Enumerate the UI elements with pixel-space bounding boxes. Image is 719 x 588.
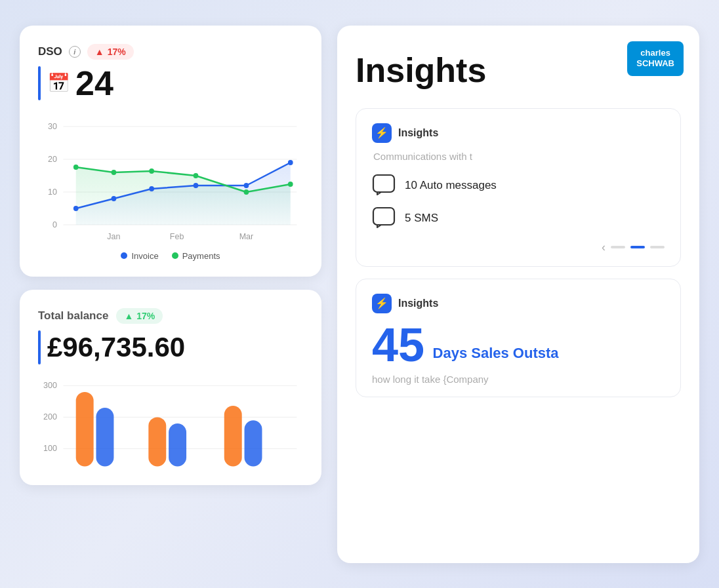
svg-rect-35 [373,175,394,192]
svg-point-12 [112,196,117,201]
svg-text:Feb: Feb [170,231,184,241]
svg-text:Jan: Jan [107,231,120,241]
right-panel: charles SCHWAB Insights ⚡ Insights Commu… [337,26,699,563]
dso-card: DSO i ▲ 17% 📅 24 [20,26,321,277]
sms-text: 5 SMS [405,212,438,225]
svg-rect-30 [96,407,113,465]
svg-point-18 [112,170,117,175]
chat-bubble-icon-1 [372,174,396,197]
message-row-1: 10 Auto messages [372,174,665,197]
insights-bolt-icon-2: ⚡ [372,294,392,313]
svg-point-20 [194,173,199,178]
dso-accent-bar [38,66,41,100]
chat-bubble-icon-2 [372,206,396,230]
dso-big-label: Days Sales Outsta [433,345,559,368]
message-row-2: 5 SMS [372,206,665,230]
dso-label: DSO [38,45,62,58]
calendar-icon: 📅 [47,72,70,94]
schwab-logo: charles SCHWAB [627,41,684,77]
svg-point-13 [149,186,154,191]
svg-point-19 [149,168,154,174]
balance-label: Total balance [38,309,108,323]
nav-dot-2[interactable] [630,246,645,248]
card-1-nav: ‹ [372,241,665,254]
insights-bottom-text: how long it take {Company [372,374,665,385]
svg-text:100: 100 [43,444,57,453]
balance-value: £96,735.60 [47,332,185,363]
prev-arrow[interactable]: ‹ [602,241,606,254]
balance-arrow-icon: ▲ [124,311,133,321]
chart-legend: Invoice Payments [38,251,303,261]
balance-card: Total balance ▲ 17% £96,735.60 300 200 1… [20,290,321,485]
svg-text:0: 0 [52,219,57,229]
svg-point-17 [73,165,79,170]
payments-legend-label: Payments [182,251,220,261]
nav-dot-3[interactable] [650,246,665,248]
svg-rect-31 [148,417,166,466]
insights-card-1-subtitle: Communications with t [373,151,665,162]
invoice-legend-label: Invoice [131,251,158,261]
svg-rect-33 [224,406,242,466]
insights-card-1-title: Insights [398,127,438,139]
schwab-line1: charles [636,48,674,59]
svg-point-14 [194,183,199,188]
insights-card-2: ⚡ Insights 45 Days Sales Outsta how long… [356,279,681,397]
dso-big-number: 45 [372,321,424,368]
svg-text:30: 30 [48,121,57,130]
balance-badge: ▲ 17% [116,308,163,324]
dso-badge: ▲ 17% [87,44,134,60]
nav-dot-1[interactable] [611,246,625,248]
svg-point-16 [288,160,293,165]
balance-accent-bar [38,330,41,364]
auto-messages-text: 10 Auto messages [405,179,497,192]
svg-point-22 [288,182,293,187]
dso-arrow-icon: ▲ [95,47,104,57]
insights-bolt-icon-1: ⚡ [372,123,392,143]
dso-value: 24 [75,66,113,100]
svg-rect-36 [373,208,394,225]
svg-text:Mar: Mar [239,231,254,241]
svg-text:200: 200 [43,412,57,421]
svg-rect-29 [76,391,94,466]
dso-chart: 30 20 10 0 Jan Feb Mar [38,113,303,245]
insights-card-2-title: Insights [398,298,438,309]
balance-chart: 300 200 100 [38,378,303,469]
svg-text:20: 20 [48,153,57,163]
svg-point-11 [73,206,79,211]
svg-text:300: 300 [43,381,57,390]
payments-legend-dot [172,252,178,259]
svg-text:10: 10 [48,186,57,196]
svg-rect-34 [245,420,262,466]
invoice-legend-dot [121,252,127,259]
svg-point-21 [244,189,249,195]
svg-rect-32 [169,423,186,466]
svg-point-15 [244,183,249,188]
schwab-line2: SCHWAB [636,58,674,69]
insights-card-1: ⚡ Insights Communications with t 10 Auto… [356,108,681,267]
dso-info-icon[interactable]: i [69,46,81,58]
